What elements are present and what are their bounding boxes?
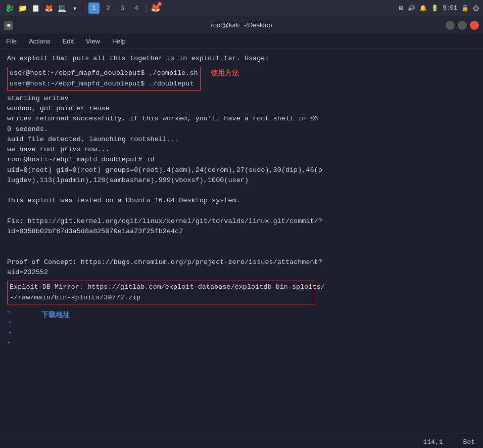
- status-bar: 114,1 Bot: [0, 436, 483, 448]
- battery-icon: 🔋: [431, 5, 439, 12]
- terminal-window: ▣ root@kali: ~/Desktop File Actions Edit…: [0, 16, 483, 448]
- line-uid-cont: lugdev),113(lpadmin),128(sambashare),999…: [7, 175, 476, 186]
- tilde-2: ~: [7, 318, 11, 328]
- line-empty4: [7, 247, 476, 257]
- workspace-2[interactable]: 2: [103, 3, 114, 14]
- lock-icon: 🔒: [461, 5, 469, 12]
- exploitdb-section: Exploit-DB Mirror: https://gitlab.com/ex…: [7, 280, 476, 305]
- maximize-button[interactable]: [458, 21, 467, 30]
- tilde-section: ~ ~ ~ ~ 下载地址: [7, 307, 476, 348]
- line-id-cmd: root@host:~/ebpf_mapfd_doubleput# id: [7, 155, 476, 165]
- notification-badge: 2: [158, 2, 162, 6]
- line-tested: This exploit was tested on a Ubuntu 16.0…: [7, 196, 476, 206]
- workspace-4[interactable]: 4: [131, 3, 142, 14]
- display-icon: 🖥: [398, 5, 404, 12]
- menu-bar: File Actions Edit View Help: [0, 34, 483, 49]
- line-writev-cont: 0 seconds.: [7, 124, 476, 135]
- workspace-1[interactable]: 1: [88, 3, 100, 14]
- line-empty2: [7, 206, 476, 216]
- firefox-badge-icon[interactable]: 🦊2: [151, 3, 161, 13]
- power-icon: ⏻: [473, 5, 479, 12]
- line-writev-returned: writev returned successfully. if this wo…: [7, 114, 476, 124]
- close-button[interactable]: [470, 21, 479, 30]
- usage-section: user@host:~/ebpf_mapfd_doubleput$ ./comp…: [7, 66, 476, 92]
- notes-icon[interactable]: 📋: [30, 3, 40, 13]
- firefox-icon[interactable]: 🦊: [43, 3, 54, 13]
- terminal-taskbar-icon[interactable]: 💻: [57, 3, 67, 13]
- menu-help[interactable]: Help: [110, 36, 128, 46]
- line-empty3: [7, 237, 476, 247]
- cursor-position: 114,1: [423, 438, 443, 446]
- volume-icon: 🔊: [408, 5, 415, 12]
- line-starting-writev: starting writev: [7, 94, 476, 104]
- tilde-4: ~: [7, 338, 11, 348]
- menu-file[interactable]: File: [4, 36, 19, 46]
- minimize-button[interactable]: [446, 21, 455, 30]
- divider: [84, 3, 84, 13]
- line-woohoo: woohoo, got pointer reuse: [7, 104, 476, 114]
- files-icon[interactable]: 📁: [17, 3, 27, 13]
- kali-icon[interactable]: 🐉: [4, 3, 14, 13]
- menu-actions[interactable]: Actions: [27, 36, 53, 46]
- exploitdb-line2: -/raw/main/bin-sploits/39772.zip: [10, 293, 313, 303]
- divider2: [146, 3, 147, 13]
- line-poc: Proof of Concept: https://bugs.chromium.…: [7, 257, 476, 267]
- title-bar: ▣ root@kali: ~/Desktop: [0, 16, 483, 34]
- line-suid: suid file detected, launching rootshell.…: [7, 135, 476, 145]
- workspace-3[interactable]: 3: [117, 3, 128, 14]
- line-fix-id: id=8358b02bf67d3a5d8a825070e1aa73f25fb2e…: [7, 227, 476, 237]
- usage-box: user@host:~/ebpf_mapfd_doubleput$ ./comp…: [7, 67, 201, 91]
- tildes: ~ ~ ~ ~: [7, 307, 11, 348]
- line-root-privs: we have root privs now...: [7, 145, 476, 155]
- line-fix: Fix: https://git.kernel.org/cgit/linux/k…: [7, 216, 476, 227]
- arrow-icon[interactable]: ▾: [70, 3, 80, 13]
- window-title: root@kali: ~/Desktop: [211, 21, 272, 29]
- usage-cmd2: user@host:~/ebpf_mapfd_doubleput$ ./doub…: [10, 79, 198, 89]
- notification-icon: 🔔: [419, 5, 427, 12]
- annotation-download: 下载地址: [41, 309, 70, 320]
- tilde-1: ~: [7, 307, 11, 318]
- terminal-content[interactable]: An exploit that puts all this together i…: [0, 49, 483, 436]
- exploitdb-box: Exploit-DB Mirror: https://gitlab.com/ex…: [7, 281, 315, 304]
- editor-mode: Bot: [463, 438, 475, 446]
- line-empty1: [7, 186, 476, 196]
- intro-line: An exploit that puts all this together i…: [7, 54, 476, 64]
- menu-view[interactable]: View: [84, 36, 102, 46]
- menu-edit[interactable]: Edit: [61, 36, 76, 46]
- exploitdb-line1: Exploit-DB Mirror: https://gitlab.com/ex…: [10, 282, 313, 292]
- line-aid: aid=232552: [7, 267, 476, 278]
- taskbar-right: 🖥 🔊 🔔 🔋 9:01 🔒 ⏻: [398, 5, 479, 12]
- annotation-usage: 使用方法: [211, 68, 239, 78]
- time-display: 9:01: [443, 5, 457, 12]
- usage-cmd1: user@host:~/ebpf_mapfd_doubleput$ ./comp…: [10, 68, 198, 78]
- line-uid: uid=0(root) gid=0(root) groups=0(root),4…: [7, 165, 476, 175]
- window-icon: ▣: [4, 21, 13, 30]
- tilde-3: ~: [7, 328, 11, 338]
- taskbar: 🐉 📁 📋 🦊 💻 ▾ 1 2 3 4 🦊2 🖥 🔊 🔔 🔋 9:01 🔒 ⏻: [0, 0, 483, 16]
